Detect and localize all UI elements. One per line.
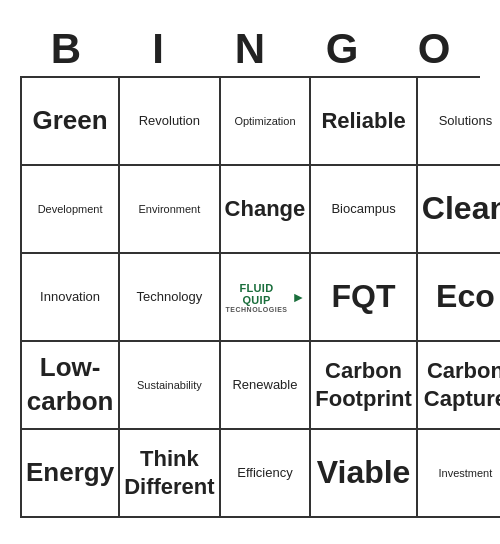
cell-text-8: Biocampus bbox=[331, 201, 395, 218]
bingo-card: B I N G O GreenRevolutionOptimizationRel… bbox=[10, 16, 490, 528]
letter-b: B bbox=[20, 26, 112, 72]
cell-text-15: Low-carbon bbox=[26, 351, 114, 419]
bingo-cell-8: Biocampus bbox=[311, 166, 418, 254]
bingo-cell-7: Change bbox=[221, 166, 312, 254]
bingo-cell-5: Development bbox=[22, 166, 120, 254]
cell-text-1: Revolution bbox=[139, 113, 200, 130]
letter-o: O bbox=[388, 26, 480, 72]
bingo-cell-22: Efficiency bbox=[221, 430, 312, 518]
cell-text-7: Change bbox=[225, 195, 306, 224]
letter-g: G bbox=[296, 26, 388, 72]
cell-text-0: Green bbox=[33, 104, 108, 138]
cell-text-14: Eco bbox=[436, 276, 495, 318]
letter-n: N bbox=[204, 26, 296, 72]
bingo-header: B I N G O bbox=[20, 26, 480, 72]
bingo-cell-12: FLUID QUIP TECHNOLOGIES ► bbox=[221, 254, 312, 342]
cell-text-9: Clean bbox=[422, 188, 500, 230]
cell-text-23: Viable bbox=[317, 452, 411, 494]
bingo-cell-3: Reliable bbox=[311, 78, 418, 166]
bingo-cell-18: Carbon Footprint bbox=[311, 342, 418, 430]
bingo-cell-15: Low-carbon bbox=[22, 342, 120, 430]
fluid-quip-logo: FLUID QUIP TECHNOLOGIES ► bbox=[225, 282, 306, 313]
cell-text-11: Technology bbox=[136, 289, 202, 306]
cell-text-3: Reliable bbox=[321, 107, 405, 136]
bingo-cell-9: Clean bbox=[418, 166, 500, 254]
bingo-cell-14: Eco bbox=[418, 254, 500, 342]
cell-text-4: Solutions bbox=[439, 113, 492, 130]
bingo-cell-6: Environment bbox=[120, 166, 220, 254]
bingo-cell-2: Optimization bbox=[221, 78, 312, 166]
bingo-cell-17: Renewable bbox=[221, 342, 312, 430]
bingo-cell-10: Innovation bbox=[22, 254, 120, 342]
cell-text-22: Efficiency bbox=[237, 465, 292, 482]
bingo-cell-11: Technology bbox=[120, 254, 220, 342]
bingo-cell-13: FQT bbox=[311, 254, 418, 342]
cell-text-18: Carbon Footprint bbox=[315, 357, 412, 414]
cell-text-24: Investment bbox=[438, 466, 492, 480]
bingo-cell-4: Solutions bbox=[418, 78, 500, 166]
bingo-cell-19: Carbon Capture bbox=[418, 342, 500, 430]
cell-text-10: Innovation bbox=[40, 289, 100, 306]
bingo-cell-16: Sustainability bbox=[120, 342, 220, 430]
cell-text-17: Renewable bbox=[232, 377, 297, 394]
cell-text-21: Think Different bbox=[124, 445, 214, 502]
cell-text-20: Energy bbox=[26, 456, 114, 490]
letter-i: I bbox=[112, 26, 204, 72]
cell-text-13: FQT bbox=[332, 276, 396, 318]
cell-text-19: Carbon Capture bbox=[424, 357, 500, 414]
bingo-cell-24: Investment bbox=[418, 430, 500, 518]
bingo-cell-0: Green bbox=[22, 78, 120, 166]
bingo-cell-20: Energy bbox=[22, 430, 120, 518]
cell-text-6: Environment bbox=[139, 202, 201, 216]
cell-text-5: Development bbox=[38, 202, 103, 216]
bingo-cell-1: Revolution bbox=[120, 78, 220, 166]
bingo-cell-23: Viable bbox=[311, 430, 418, 518]
bingo-cell-21: Think Different bbox=[120, 430, 220, 518]
bingo-grid: GreenRevolutionOptimizationReliableSolut… bbox=[20, 76, 480, 518]
cell-text-2: Optimization bbox=[234, 114, 295, 128]
cell-text-16: Sustainability bbox=[137, 378, 202, 392]
